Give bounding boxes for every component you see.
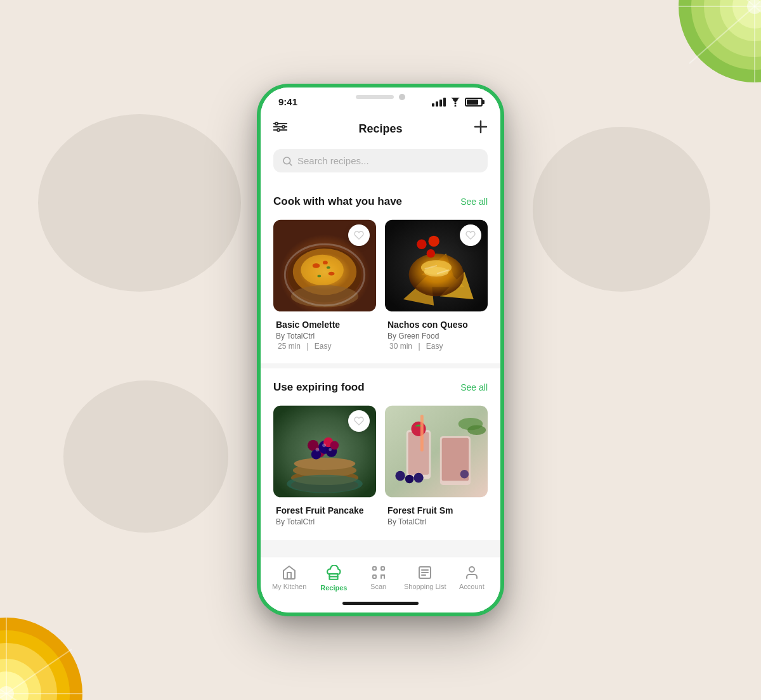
recipes-row-expiring: Forest Fruit Pancake By TotalCtrl <box>273 404 488 530</box>
favorite-button-pancake[interactable] <box>348 410 370 432</box>
scan-icon <box>371 565 386 580</box>
search-container: Search recipes... <box>261 146 500 183</box>
person-icon <box>464 565 479 580</box>
svg-point-81 <box>328 448 332 451</box>
svg-rect-99 <box>373 575 376 578</box>
recipe-author-pancake: By TotalCtrl <box>276 517 374 526</box>
nav-item-scan[interactable]: Scan <box>360 565 398 590</box>
recipe-name-omelette: Basic Omelette <box>276 320 374 330</box>
section-title-cook: Cook with what you have <box>273 195 402 208</box>
svg-point-50 <box>327 266 330 269</box>
svg-point-35 <box>277 129 280 131</box>
recipe-meta-nachos: 30 min | Easy <box>387 342 485 351</box>
svg-point-80 <box>322 443 326 447</box>
recipe-info-smoothie: Forest Fruit Sm By TotalCtrl <box>385 499 488 530</box>
nav-label-account: Account <box>459 583 485 590</box>
section-cook-with-what-you-have: Cook with what you have See all <box>261 183 500 363</box>
svg-line-41 <box>289 163 292 165</box>
section-header-expiring: Use expiring food See all <box>273 381 488 394</box>
recipe-image-container-omelette <box>273 218 376 313</box>
phone-screen: 9:41 <box>261 88 500 612</box>
svg-point-61 <box>427 249 436 258</box>
svg-point-78 <box>330 441 339 450</box>
svg-point-45 <box>301 255 344 285</box>
blob-decoration-2 <box>63 380 228 533</box>
section-use-expiring-food: Use expiring food See all <box>261 368 500 540</box>
blob-decoration-3 <box>533 127 710 292</box>
nav-label-recipes: Recipes <box>320 584 347 592</box>
search-bar[interactable]: Search recipes... <box>273 149 488 172</box>
svg-point-32 <box>282 126 285 128</box>
svg-point-49 <box>317 275 321 277</box>
nav-item-recipes[interactable]: Recipes <box>315 565 353 592</box>
recipe-info-omelette: Basic Omelette By TotalCtrl 25 min | Eas… <box>273 313 376 353</box>
recipe-card-smoothie[interactable]: Forest Fruit Sm By TotalCtrl <box>385 404 488 530</box>
battery-icon <box>465 98 483 107</box>
svg-point-47 <box>328 272 335 276</box>
recipe-meta-omelette: 25 min | Easy <box>276 342 374 351</box>
filter-icon[interactable] <box>273 120 287 137</box>
nav-item-account[interactable]: Account <box>453 565 491 590</box>
recipe-card-pancake[interactable]: Forest Fruit Pancake By TotalCtrl <box>273 404 376 530</box>
phone-body: 9:41 <box>257 84 504 616</box>
nav-label-my-kitchen: My Kitchen <box>272 583 306 590</box>
svg-rect-84 <box>408 432 429 475</box>
svg-point-87 <box>411 422 426 436</box>
add-recipe-button[interactable] <box>474 120 488 138</box>
chef-hat-icon <box>325 565 342 581</box>
svg-point-60 <box>428 236 439 247</box>
signal-icon <box>432 98 446 107</box>
phone-mockup: 9:41 <box>257 84 504 616</box>
camera-dot <box>399 94 405 100</box>
lime-decoration <box>647 0 761 114</box>
recipe-image-container-smoothie <box>385 404 488 499</box>
status-icons <box>432 98 483 107</box>
svg-point-28 <box>455 105 457 107</box>
notch <box>339 88 422 107</box>
see-all-cook-button[interactable]: See all <box>460 197 488 207</box>
recipe-author-nachos: By Green Food <box>387 332 485 340</box>
main-scroll-content[interactable]: Cook with what you have See all <box>261 183 500 557</box>
recipe-card-nachos[interactable]: Nachos con Queso By Green Food 30 min | … <box>385 218 488 353</box>
svg-point-59 <box>417 240 426 249</box>
recipe-author-omelette: By TotalCtrl <box>276 332 374 340</box>
nav-label-scan: Scan <box>370 583 386 590</box>
home-indicator <box>261 597 500 612</box>
svg-rect-92 <box>420 415 424 451</box>
recipe-name-nachos: Nachos con Queso <box>387 320 485 330</box>
svg-point-107 <box>469 567 474 572</box>
page-title: Recipes <box>358 122 402 136</box>
smoothie-image <box>385 404 488 499</box>
svg-point-51 <box>291 285 358 308</box>
svg-point-94 <box>467 425 486 435</box>
svg-point-70 <box>294 458 355 470</box>
svg-point-90 <box>413 473 423 483</box>
recipe-author-smoothie: By TotalCtrl <box>387 517 485 526</box>
home-icon <box>282 565 297 580</box>
recipe-info-pancake: Forest Fruit Pancake By TotalCtrl <box>273 499 376 530</box>
favorite-button-omelette[interactable] <box>348 224 370 246</box>
wifi-icon <box>450 98 461 107</box>
section-title-expiring: Use expiring food <box>273 381 365 394</box>
blob-decoration-1 <box>38 114 241 292</box>
nav-item-my-kitchen[interactable]: My Kitchen <box>270 565 308 590</box>
list-icon <box>417 565 433 580</box>
nav-item-shopping-list[interactable]: Shopping List <box>404 565 446 590</box>
see-all-expiring-button[interactable]: See all <box>460 382 488 392</box>
recipe-image-container-nachos <box>385 218 488 313</box>
recipe-card-basic-omelette[interactable]: Basic Omelette By TotalCtrl 25 min | Eas… <box>273 218 376 353</box>
svg-point-79 <box>316 448 320 451</box>
recipe-image-container-pancake <box>273 404 376 499</box>
recipes-row-cook: Basic Omelette By TotalCtrl 25 min | Eas… <box>273 218 488 353</box>
svg-point-29 <box>275 122 278 125</box>
favorite-button-nachos[interactable] <box>460 224 481 246</box>
recipe-name-smoothie: Forest Fruit Sm <box>387 505 485 515</box>
section-header-cook: Cook with what you have See all <box>273 195 488 208</box>
svg-point-71 <box>287 475 363 493</box>
search-placeholder: Search recipes... <box>297 155 369 166</box>
svg-point-46 <box>313 263 320 268</box>
nav-label-shopping-list: Shopping List <box>404 583 446 590</box>
svg-point-89 <box>405 475 414 484</box>
app-header: Recipes <box>261 112 500 146</box>
svg-rect-98 <box>381 567 384 570</box>
